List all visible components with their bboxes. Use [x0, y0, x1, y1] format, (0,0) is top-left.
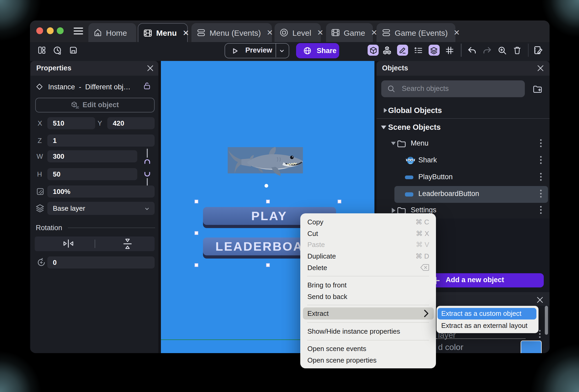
svg-text:2D: 2D: [76, 106, 79, 109]
